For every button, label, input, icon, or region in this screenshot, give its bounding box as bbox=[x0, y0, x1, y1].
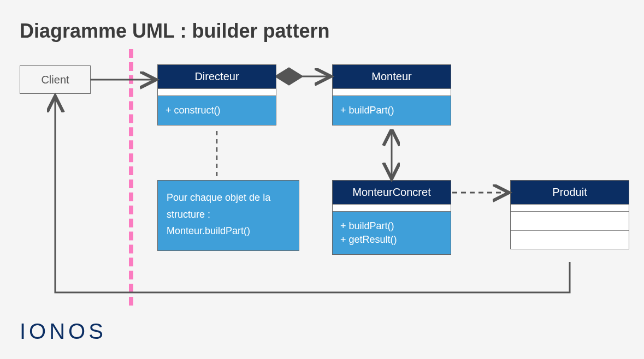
class-divider bbox=[158, 88, 276, 96]
directeur-method: + construct() bbox=[158, 96, 276, 125]
produit-empty-2 bbox=[511, 230, 629, 249]
monteur-method: + buildPart() bbox=[333, 96, 451, 125]
class-divider bbox=[333, 88, 451, 96]
connectors-svg bbox=[0, 0, 644, 359]
ionos-logo: IONOS bbox=[20, 319, 107, 344]
produit-name: Produit bbox=[511, 181, 629, 204]
diagram-title: Diagramme UML : builder pattern bbox=[20, 20, 329, 43]
note-line-1: Pour chaque objet de la bbox=[167, 189, 290, 206]
monteur-concret-name: MonteurConcret bbox=[333, 181, 451, 204]
monteur-concret-class: MonteurConcret + buildPart() + getResult… bbox=[332, 180, 451, 255]
note-line-2: structure : bbox=[167, 206, 290, 223]
directeur-class: Directeur + construct() bbox=[157, 64, 276, 125]
concret-method-1: + buildPart() bbox=[340, 219, 443, 233]
monteur-concret-methods: + buildPart() + getResult() bbox=[333, 212, 451, 254]
note-line-3: Monteur.buildPart() bbox=[167, 223, 290, 240]
produit-empty-1 bbox=[511, 212, 629, 230]
monteur-class: Monteur + buildPart() bbox=[332, 64, 451, 125]
class-divider bbox=[333, 204, 451, 212]
separator-dashed-line bbox=[129, 49, 133, 306]
concret-method-2: + getResult() bbox=[340, 233, 443, 247]
client-label: Client bbox=[41, 74, 69, 86]
note-box: Pour chaque objet de la structure : Mont… bbox=[157, 180, 299, 251]
directeur-name: Directeur bbox=[158, 65, 276, 88]
monteur-name: Monteur bbox=[333, 65, 451, 88]
class-divider bbox=[511, 204, 629, 212]
produit-class: Produit bbox=[510, 180, 629, 249]
client-box: Client bbox=[20, 65, 91, 94]
